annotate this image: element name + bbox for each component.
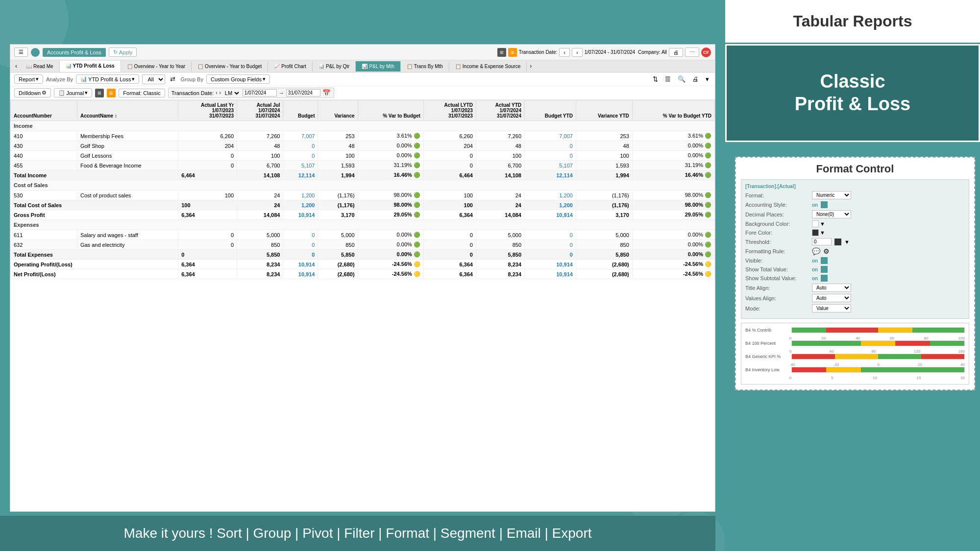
main-report: ☰ Accounts Profit & Loss ↻ Apply ⊞ ⊞ Tra… <box>10 44 715 512</box>
data-budget-ytd: 7,007 <box>525 131 576 141</box>
table-row: 440 Golf Lessons 0 100 0 100 0.00% 🟢 0 1… <box>11 151 715 161</box>
data-actual-last-yr: 0 <box>178 240 237 250</box>
bold-variance-ytd: (2,680) <box>576 269 632 279</box>
calendar-icon-btn[interactable]: 📅 <box>322 89 331 96</box>
show-total-toggle[interactable] <box>821 266 828 273</box>
bold-variance: (2,680) <box>318 260 358 269</box>
data-actual-last-yr: 0 <box>178 161 237 170</box>
data-actual-ytd: 5,000 <box>476 230 524 240</box>
fore-color-swatch[interactable] <box>812 229 819 236</box>
format-select[interactable]: Numeric <box>812 191 851 199</box>
columns-icon-btn[interactable]: ☰ <box>663 74 673 84</box>
tab-pl-qtr[interactable]: 📊 P&L by Qtr <box>313 61 356 72</box>
swap-icon-btn[interactable]: ⇄ <box>168 74 177 84</box>
settings-btn[interactable]: ⋯ <box>685 48 699 57</box>
tab-overview-year[interactable]: 📋 Overview - Year to Year <box>121 61 192 72</box>
data-budget-ytd: 0 <box>525 151 576 161</box>
gauge-label-3: B4 Generic KPI % <box>745 354 789 359</box>
fore-color-label: Fore Color: <box>745 230 809 236</box>
gauge-row-3: B4 Generic KPI % <box>745 354 965 359</box>
formatting-rule-chat-icon[interactable]: 💬 <box>812 247 820 255</box>
data-budget: 0 <box>283 151 318 161</box>
drilldown-btn[interactable]: Drilldown ⚙ <box>14 88 51 97</box>
bold-label: Gross Profit <box>11 210 178 220</box>
data-actual-ytd: 100 <box>476 151 524 161</box>
more-icon-btn[interactable]: ▾ <box>704 74 711 84</box>
background-color-swatch[interactable] <box>812 220 819 227</box>
show-subtotal-toggle[interactable] <box>821 275 828 282</box>
filter-icon-2[interactable]: ⊞ <box>508 48 517 57</box>
filter-icon-1[interactable]: ⊞ <box>497 48 506 57</box>
journal-btn[interactable]: 📋 Journal ▾ <box>54 88 92 97</box>
search-icon-btn[interactable]: 🔍 <box>676 74 687 84</box>
pl-qtr-icon: 📊 <box>318 64 324 69</box>
filter-icon-drill-1[interactable]: ⊞ <box>95 89 104 97</box>
fore-color-dropdown-icon[interactable]: ▼ <box>820 230 825 236</box>
table-row: 530 Cost of product sales 100 24 1,200 (… <box>11 191 715 200</box>
tab-next-btn[interactable]: › <box>527 60 535 72</box>
total-actual-ytd: 5,850 <box>476 250 524 260</box>
threshold-dropdown-icon[interactable]: ▼ <box>844 239 850 245</box>
hamburger-menu-btn[interactable]: ☰ <box>14 48 28 57</box>
data-budget-ytd: 0 <box>525 141 576 151</box>
tab-income-expense[interactable]: 📋 Income & Expense Source <box>449 61 527 72</box>
date-period-select[interactable]: LM <box>223 90 241 96</box>
transaction-date-bar: ⊞ ⊞ Transaction Date: ‹ › 1/07/2024 - 31… <box>497 48 635 57</box>
accounts-pl-btn[interactable]: Accounts Profit & Loss <box>43 48 106 57</box>
tab-read-me[interactable]: 📖 Read Me <box>20 61 60 72</box>
mode-select[interactable]: Value <box>812 304 851 312</box>
tab-overview-budget[interactable]: 📋 Overview - Year to Budget <box>192 61 268 72</box>
data-actual-last-yr: 100 <box>178 191 237 200</box>
print-icon-btn[interactable]: 🖨 <box>690 74 701 84</box>
values-align-select[interactable]: Auto <box>812 294 851 302</box>
tab-profit-chart[interactable]: 📈 Profit Chart <box>268 61 313 72</box>
format-classic-btn[interactable]: Format: Classic <box>119 89 165 97</box>
total-label: Total Expenses <box>11 250 178 260</box>
data-actual-jul: 7,260 <box>237 131 283 141</box>
total-budget: 1,200 <box>283 200 318 210</box>
print-btn[interactable]: 🖨 <box>669 48 683 57</box>
user-avatar[interactable]: CF <box>701 48 711 57</box>
data-variance-ytd: 100 <box>576 151 632 161</box>
gauge-scale-2: 04080120160 <box>745 349 965 354</box>
date-ctrl-next[interactable]: › <box>220 90 221 96</box>
all-select[interactable]: All <box>142 74 165 84</box>
data-pct-var: 0.00% 🟢 <box>358 151 423 161</box>
data-actual-lytd: 0 <box>423 240 476 250</box>
tab-ytd-pl[interactable]: 📊 YTD Profit & Loss <box>60 61 121 72</box>
drilldown-settings-icon[interactable]: ⚙ <box>42 90 47 96</box>
formatting-rule-settings-icon[interactable]: ⚙ <box>823 247 830 255</box>
data-variance-ytd: 850 <box>576 240 632 250</box>
gauge-scale-1: 020406080100 <box>745 336 965 340</box>
background-color-dropdown-icon[interactable]: ▼ <box>820 221 825 227</box>
custom-group-fields-btn[interactable]: Custom Group Fields ▾ <box>206 74 270 84</box>
threshold-input[interactable] <box>812 238 832 245</box>
col-pct-var: % Var to Budget <box>358 100 423 121</box>
date-next-btn[interactable]: › <box>572 48 583 57</box>
table-row: Net Profit/(Loss) 6,364 8,234 10,914 (2,… <box>11 269 715 279</box>
total-actual-lytd: 100 <box>423 200 476 210</box>
accounting-style-toggle[interactable] <box>821 201 828 208</box>
title-align-label: Title Align: <box>745 285 809 291</box>
apply-btn[interactable]: ↻ Apply <box>109 48 137 57</box>
data-actual-jul: 100 <box>237 151 283 161</box>
filter-icon-drill-2[interactable]: ⊞ <box>107 89 116 97</box>
visible-toggle[interactable] <box>821 257 828 264</box>
bold-pct-ytd: 29.05% 🟢 <box>632 210 714 220</box>
col-variance-ytd: Variance YTD <box>576 100 632 121</box>
date-from-input[interactable] <box>243 89 277 96</box>
trans-mth-icon: 📋 <box>407 64 413 69</box>
ytd-pl-select-btn[interactable]: 📊 YTD Profit & Loss ▾ <box>76 74 139 84</box>
date-ctrl-prev[interactable]: ‹ <box>216 90 217 96</box>
tab-pl-mth[interactable]: 📊 P&L by Mth <box>356 61 400 72</box>
date-prev-btn[interactable]: ‹ <box>559 48 570 57</box>
decimal-places-select[interactable]: None(0) <box>812 210 851 218</box>
tab-trans-mth[interactable]: 📋 Trans By Mth <box>401 61 449 72</box>
report-btn[interactable]: Report ▾ <box>14 74 43 84</box>
title-align-select[interactable]: Auto <box>812 284 851 292</box>
gauge-panel: B4 % Contrib 020406080100 B4 100 Percent <box>741 323 969 384</box>
threshold-color-swatch[interactable] <box>834 239 841 245</box>
date-to-input[interactable] <box>286 89 320 96</box>
tab-prev-btn[interactable]: ‹ <box>12 60 20 72</box>
sort-icon-btn[interactable]: ⇅ <box>651 74 660 84</box>
